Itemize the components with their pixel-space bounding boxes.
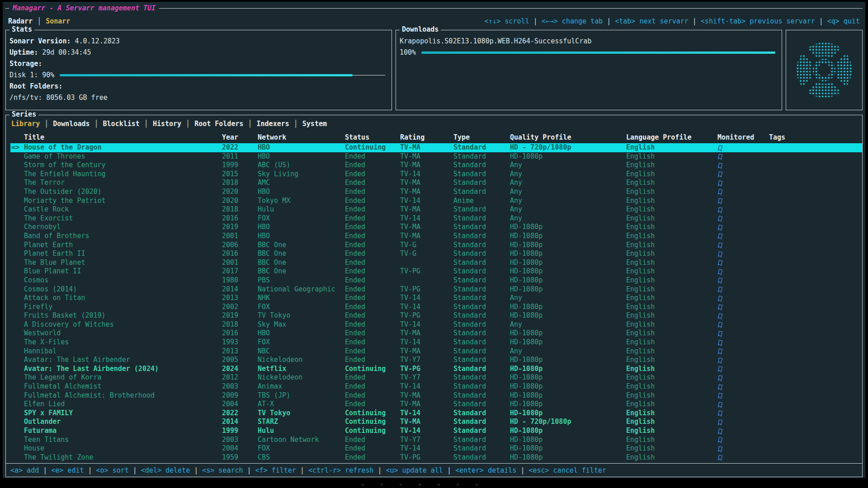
servarr-tab-radarr[interactable]: Radarr <box>8 17 33 25</box>
series-monitored-cell <box>717 382 769 391</box>
series-language: English <box>626 241 717 250</box>
series-title: Attack on Titan <box>24 294 85 302</box>
series-tags <box>769 391 862 400</box>
series-status: Ended <box>345 188 400 197</box>
series-year: 2015 <box>222 170 258 179</box>
series-type: Standard <box>453 436 510 445</box>
table-row[interactable]: The Outsider (2020)2020HBOEndedTV-MAStan… <box>10 188 862 197</box>
downloads-panel: Downloads Krapopolis.S02E13.1080p.WEB.H2… <box>396 30 782 110</box>
series-monitored-cell <box>717 178 769 188</box>
series-tags <box>769 303 862 312</box>
series-language: English <box>626 143 717 152</box>
table-row[interactable]: Avatar: The Last Airbender2005Nickelodeo… <box>10 356 862 365</box>
table-row[interactable]: The Enfield Haunting2015Sky LivingEndedT… <box>10 170 862 179</box>
key-hint: <e> edit <box>51 466 84 474</box>
key-hint: <tab> next servarr <box>615 17 689 25</box>
sonarr-version-label: Sonarr Version: <box>9 36 71 47</box>
series-tab-root-folders[interactable]: Root Folders <box>194 120 243 128</box>
series-type: Standard <box>453 311 510 320</box>
table-row[interactable]: House2004FOXEndedTV-14StandardHD-1080pEn… <box>10 444 862 453</box>
series-title-cell: The X-Files <box>10 338 222 347</box>
series-monitored-cell <box>717 400 769 409</box>
table-row[interactable]: Teen Titans2003Cartoon NetworkEndedTV-Y7… <box>10 436 862 445</box>
table-row[interactable]: Cosmos (2014)2014National GeographicEnde… <box>10 285 862 294</box>
series-title: Avatar: The Last Airbender (2024) <box>24 365 159 373</box>
series-title: Outlander <box>24 418 61 426</box>
table-row[interactable]: The Legend of Korra2012NickelodeonEndedT… <box>10 373 862 382</box>
series-language: English <box>626 320 717 329</box>
monitored-icon <box>717 259 723 267</box>
table-row[interactable]: The X-Files1993FOXEndedTV-14StandardHD-1… <box>10 338 862 347</box>
series-type: Standard <box>453 232 510 241</box>
series-monitored-cell <box>717 294 769 303</box>
table-row[interactable]: Planet Earth2006BBC OneEndedTV-GStandard… <box>10 241 862 250</box>
series-language: English <box>626 214 717 223</box>
table-row[interactable]: A Discovery of Witches2018Sky MaxEndedTV… <box>10 320 862 329</box>
column-header-year: Year <box>222 133 258 141</box>
monitored-icon <box>717 171 723 178</box>
series-monitored-cell <box>717 436 769 445</box>
series-tab-history[interactable]: History <box>153 120 181 128</box>
series-monitored-cell <box>717 409 769 418</box>
table-row[interactable]: Elfen Lied2004AT-XEndedTV-MAStandardHD-1… <box>10 400 862 409</box>
series-tab-indexers[interactable]: Indexers <box>257 120 289 128</box>
table-row[interactable]: Attack on Titan2013NHKEndedTV-14Standard… <box>10 294 862 303</box>
series-tags <box>769 178 862 188</box>
table-row[interactable]: Planet Earth II2016BBC OneEndedTV-GStand… <box>10 249 862 258</box>
series-rating: TV-Y7 <box>400 373 453 382</box>
title-row: Managarr - A Servarr management TUI <box>5 2 863 14</box>
series-tags <box>769 418 862 427</box>
series-type: Standard <box>453 338 510 347</box>
servarr-tab-sonarr[interactable]: Sonarr <box>46 17 70 25</box>
table-row[interactable]: Chernobyl2019HBOEndedTV-MAStandardHD-108… <box>10 223 862 232</box>
series-tab-downloads[interactable]: Downloads <box>53 120 90 128</box>
series-rating: TV-14 <box>400 427 453 436</box>
table-row[interactable]: Game of Thrones2011HBOEndedTV-MAStandard… <box>10 152 862 161</box>
series-network: PBS <box>258 276 345 285</box>
table-row[interactable]: Fruits Basket (2019)2019TV TokyoEndedTV-… <box>10 311 862 320</box>
table-row[interactable]: =>House of the Dragon2022HBOContinuingTV… <box>10 143 862 152</box>
table-row[interactable]: Fullmetal Alchemist: Brotherhood2009TBS … <box>10 391 862 400</box>
table-row[interactable]: The Exorcist2016FOXEndedTV-14StandardAny… <box>10 214 862 223</box>
column-header-rating: Rating <box>400 133 453 141</box>
table-row[interactable]: Fullmetal Alchemist2003AnimaxEndedTV-14S… <box>10 382 862 391</box>
monitored-icon <box>717 401 723 408</box>
table-row[interactable]: Band of Brothers2001HBOEndedTV-MAStandar… <box>10 232 862 241</box>
table-row[interactable]: Cosmos1980PBSEndedStandardHD-1080pEnglis… <box>10 276 862 285</box>
series-year: 2013 <box>222 347 258 356</box>
series-type: Standard <box>453 188 510 197</box>
series-type: Standard <box>453 391 510 400</box>
series-tags <box>769 258 862 267</box>
series-tab-system[interactable]: System <box>302 120 327 128</box>
series-status: Ended <box>345 267 400 276</box>
table-row[interactable]: Firefly2002FOXEndedTV-14StandardHD-1080p… <box>10 303 862 312</box>
table-row[interactable]: Outlander2014STARZContinuingTV-MAStandar… <box>10 418 862 427</box>
table-row[interactable]: Futurama1999HuluContinuingTV-14StandardH… <box>10 427 862 436</box>
series-type: Standard <box>453 267 510 276</box>
key-hint: <esc> cancel filter <box>528 466 606 474</box>
table-row[interactable]: SPY x FAMILY2022TV TokyoContinuingTV-14S… <box>10 409 862 418</box>
series-tab-library[interactable]: Library <box>11 120 40 128</box>
series-title: Futurama <box>24 427 57 435</box>
downloads-panel-title: Downloads <box>400 25 441 33</box>
table-row[interactable]: The Terror2018AMCEndedTV-MAStandardAnyEn… <box>10 178 862 188</box>
table-row[interactable]: Hannibal2013NBCEndedTV-MAStandardAnyEngl… <box>10 347 862 356</box>
series-title: The Legend of Korra <box>24 373 102 381</box>
table-row[interactable]: Blue Planet II2017BBC OneEndedTV-PGStand… <box>10 267 862 276</box>
series-status: Ended <box>345 258 400 267</box>
series-language: English <box>626 188 717 197</box>
table-row[interactable]: Castle Rock2018HuluEndedTV-MAStandardAny… <box>10 205 862 214</box>
series-tab-blocklist[interactable]: Blocklist <box>103 120 140 128</box>
series-monitored-cell <box>717 170 769 179</box>
monitored-icon <box>717 197 723 205</box>
table-row[interactable]: Westworld2016HBOEndedTV-MAStandardHD-108… <box>10 329 862 338</box>
table-row[interactable]: Storm of the Century1999ABC (US)EndedTV-… <box>10 161 862 170</box>
series-table: TitleYearNetworkStatusRatingTypeQuality … <box>6 130 862 463</box>
series-year: 2018 <box>222 178 258 188</box>
table-row[interactable]: The Blue Planet2001BBC OneEndedStandardH… <box>10 258 862 267</box>
table-row[interactable]: The Twilight Zone1959CBSEndedTV-PGStanda… <box>10 453 862 462</box>
table-row[interactable]: Avatar: The Last Airbender (2024)2024Net… <box>10 365 862 374</box>
table-row[interactable]: Moriarty the Patriot2020Tokyo MXEndedTV-… <box>10 197 862 206</box>
series-rating: TV-MA <box>400 400 453 409</box>
series-network: Sky Living <box>258 170 345 179</box>
